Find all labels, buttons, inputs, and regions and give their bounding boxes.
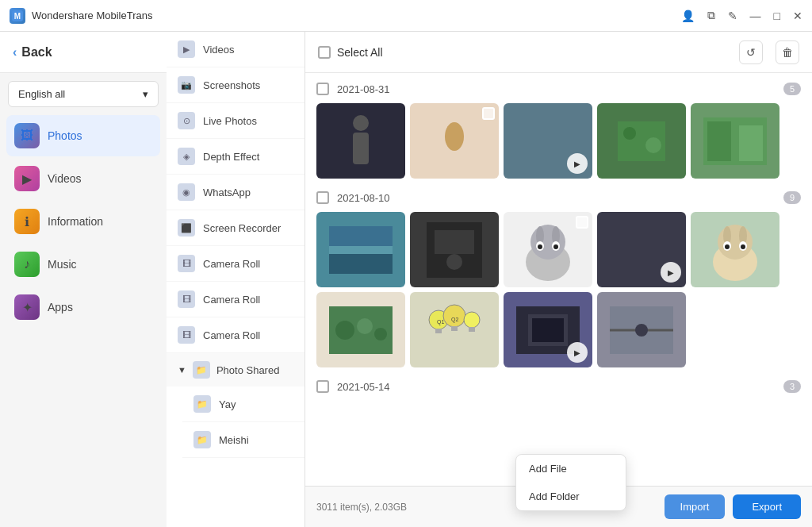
category-camera-roll-3[interactable]: 🎞 Camera Roll	[167, 317, 304, 353]
chevron-down-icon: ▾	[143, 88, 148, 100]
category-depth-effect[interactable]: ◈ Depth Effect	[167, 139, 304, 175]
svg-point-51	[635, 324, 648, 337]
photo-shared-label: Photo Shared	[216, 364, 280, 376]
photo-thumb[interactable]	[316, 212, 405, 287]
photo-image	[691, 103, 779, 179]
add-folder-item[interactable]: Add Folder	[516, 483, 626, 510]
photo-image	[410, 212, 499, 287]
play-button[interactable]: ▶	[567, 153, 588, 174]
language-dropdown[interactable]: English all ▾	[8, 81, 159, 107]
yay-label: Yay	[219, 398, 236, 410]
photo-top-bar: Select All ↺ 🗑	[305, 32, 812, 73]
photo-scroll-area[interactable]: 2021-08-31 5	[305, 73, 812, 486]
date-1-label: 2021-08-31	[337, 83, 390, 95]
date-header-1: 2021-08-31 5	[316, 83, 801, 95]
context-menu: Add File Add Folder	[515, 454, 626, 511]
sidebar: ‹ Back English all ▾ 🖼 Photos ▶ Videos ℹ…	[0, 32, 167, 527]
category-videos[interactable]: ▶ Videos	[167, 32, 304, 67]
category-camera3-label: Camera Roll	[203, 329, 260, 341]
play-button[interactable]: ▶	[661, 262, 681, 283]
category-whatsapp[interactable]: ◉ WhatsApp	[167, 175, 304, 210]
date-group-3-checkbox[interactable]	[316, 380, 329, 393]
back-button[interactable]: ‹ Back	[13, 45, 52, 60]
edit-icon[interactable]: ✎	[728, 10, 737, 22]
photo-thumb[interactable]: ▶	[504, 292, 592, 367]
account-icon[interactable]: 👤	[681, 10, 695, 22]
sidebar-item-photos[interactable]: 🖼 Photos	[6, 115, 160, 156]
photo-thumb[interactable]	[316, 103, 405, 179]
photo-thumb[interactable]	[410, 212, 499, 287]
category-recorder-icon: ⬛	[178, 219, 195, 237]
window-controls[interactable]: 👤 ⧉ ✎ — □ ✕	[681, 9, 802, 22]
category-whatsapp-label: WhatsApp	[203, 187, 251, 198]
svg-rect-43	[469, 327, 475, 332]
export-button[interactable]: Export	[733, 494, 801, 519]
import-button[interactable]: Import	[665, 494, 726, 519]
category-live-label: Live Photos	[203, 115, 257, 127]
sidebar-item-information[interactable]: ℹ Information	[6, 201, 160, 242]
category-camera2-icon: 🎞	[178, 290, 195, 308]
svg-point-17	[446, 254, 462, 270]
information-icon: ℹ	[14, 209, 40, 234]
photo-shared-header[interactable]: ▼ 📁 Photo Shared	[167, 353, 304, 387]
photo-thumb[interactable]	[316, 292, 405, 367]
svg-rect-14	[329, 246, 393, 254]
photo-thumb[interactable]	[597, 103, 686, 179]
photo-thumb[interactable]	[597, 292, 686, 367]
windows-icon[interactable]: ⧉	[707, 9, 715, 22]
sidebar-item-apps[interactable]: ✦ Apps	[6, 287, 160, 328]
category-camera-roll-2[interactable]: 🎞 Camera Roll	[167, 282, 304, 317]
title-bar: M Wondershare MobileTrans 👤 ⧉ ✎ — □ ✕	[0, 0, 812, 32]
select-all-label: Select All	[337, 46, 383, 59]
photo-thumb[interactable]: ▶	[504, 103, 592, 179]
photo-checkbox[interactable]	[576, 216, 588, 229]
date-3-badge: 3	[783, 380, 801, 393]
sidebar-item-music[interactable]: ♪ Music	[6, 244, 160, 285]
svg-point-24	[538, 244, 542, 249]
close-button[interactable]: ✕	[793, 10, 802, 22]
photo-categories: ▶ Videos 📷 Screenshots ⊙ Live Photos ◈ D…	[167, 32, 305, 527]
yay-icon: 📁	[193, 395, 211, 413]
category-meishi[interactable]: 📁 Meishi	[182, 422, 304, 458]
date-group-1-checkbox[interactable]	[316, 83, 329, 95]
svg-point-19	[530, 225, 565, 260]
photo-thumb[interactable]	[691, 103, 779, 179]
svg-point-2	[353, 115, 369, 131]
photo-thumb[interactable]	[691, 212, 779, 287]
item-count: 3011 item(s), 2.03GB	[316, 502, 407, 513]
app-title: Wondershare MobileTrans	[32, 10, 681, 21]
category-screenshots[interactable]: 📷 Screenshots	[167, 67, 304, 103]
category-screen-recorder[interactable]: ⬛ Screen Recorder	[167, 210, 304, 246]
photo-thumb[interactable]	[504, 212, 592, 287]
top-actions: ↺ 🗑	[739, 40, 799, 64]
svg-point-36	[357, 318, 373, 334]
date-group-2-checkbox[interactable]	[316, 191, 329, 204]
svg-point-7	[623, 127, 636, 140]
undo-button[interactable]: ↺	[739, 40, 763, 64]
category-yay[interactable]: 📁 Yay	[182, 387, 304, 422]
svg-rect-48	[532, 318, 564, 342]
app-icon: M	[10, 8, 25, 24]
category-camera-roll-1[interactable]: 🎞 Camera Roll	[167, 246, 304, 282]
sidebar-item-videos[interactable]: ▶ Videos	[6, 158, 160, 199]
add-file-item[interactable]: Add File	[516, 455, 626, 483]
maximize-button[interactable]: □	[774, 10, 780, 22]
photo-checkbox[interactable]	[482, 107, 495, 120]
svg-point-40	[443, 305, 465, 327]
minimize-button[interactable]: —	[750, 10, 761, 22]
play-button[interactable]: ▶	[567, 342, 588, 363]
photo-thumb[interactable]: Q1Q2	[410, 292, 499, 367]
videos-icon: ▶	[14, 166, 40, 191]
photo-shared-sub: 📁 Yay 📁 Meishi	[167, 387, 304, 458]
photo-thumb[interactable]: ▶	[597, 212, 686, 287]
svg-text:Q1: Q1	[437, 319, 444, 325]
svg-text:M: M	[14, 12, 21, 21]
photo-image	[316, 292, 405, 367]
photo-thumb[interactable]	[410, 103, 499, 179]
photo-grid-1: ▶	[316, 103, 801, 179]
delete-button[interactable]: 🗑	[776, 40, 799, 64]
expand-arrow-icon: ▼	[178, 365, 186, 375]
photo-image	[691, 212, 779, 287]
select-all-checkbox[interactable]	[318, 46, 331, 59]
category-live-photos[interactable]: ⊙ Live Photos	[167, 103, 304, 139]
